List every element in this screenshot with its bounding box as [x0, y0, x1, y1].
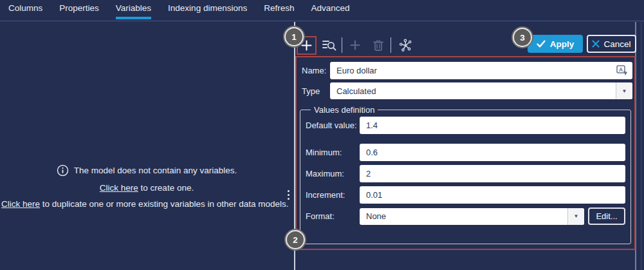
minimum-input[interactable] — [360, 144, 625, 161]
default-value-row: Default value: — [306, 117, 625, 134]
callout-badge-3: 3 — [513, 28, 532, 47]
variables-empty-state: The model does not contain any variables… — [0, 164, 293, 210]
toolbar-separator — [342, 37, 342, 53]
plus-icon — [301, 40, 312, 51]
minimum-label: Minimum: — [306, 148, 360, 157]
search-variables-button[interactable] — [322, 38, 337, 52]
type-label: Type — [302, 86, 330, 96]
type-select[interactable]: Calculated ▼ — [330, 82, 632, 99]
close-icon — [592, 40, 600, 48]
values-definition-legend: Values definition — [311, 105, 378, 115]
svg-text:A: A — [619, 66, 623, 73]
tab-columns[interactable]: Columns — [8, 0, 42, 17]
add-secondary-button-disabled[interactable] — [348, 38, 362, 52]
variables-toolbar: Apply Cancel — [295, 32, 644, 57]
duplicate-variables-link[interactable]: Click here — [1, 199, 40, 209]
default-value-input[interactable] — [360, 117, 625, 134]
ribbon-tab-bar: Columns Properties Variables Indexing di… — [0, 0, 644, 21]
network-tools-icon — [399, 39, 412, 52]
cancel-label: Cancel — [603, 39, 630, 49]
format-label: Format: — [306, 211, 360, 221]
plus-icon — [350, 40, 360, 50]
tab-indexing-dimensions[interactable]: Indexing dimensions — [168, 0, 247, 17]
variable-tools-button[interactable] — [398, 37, 413, 53]
tab-advanced[interactable]: Advanced — [311, 0, 349, 17]
format-select[interactable]: None ▼ — [360, 208, 584, 225]
callout-badge-2: 2 — [286, 230, 305, 249]
maximum-row: Maximum: — [306, 165, 625, 182]
tab-properties[interactable]: Properties — [59, 0, 99, 17]
type-row: Type Calculated ▼ — [302, 82, 632, 99]
variable-editor-form: Name: A Type Calculated ▼ Values definit… — [295, 56, 636, 250]
chevron-down-icon: ▼ — [616, 82, 632, 99]
delete-variable-button-disabled[interactable] — [371, 38, 385, 52]
chevron-down-icon: ▼ — [567, 208, 584, 225]
tab-variables[interactable]: Variables — [116, 0, 151, 17]
maximum-input[interactable] — [360, 165, 625, 182]
create-variable-text: to create one. — [138, 183, 194, 193]
type-value: Calculated — [336, 86, 376, 96]
name-row: Name: A — [302, 62, 632, 79]
values-definition-group: Values definition Default value: Minimum… — [300, 105, 631, 244]
maximum-label: Maximum: — [306, 169, 360, 178]
apply-label: Apply — [550, 39, 575, 49]
tab-refresh[interactable]: Refresh — [264, 0, 294, 17]
apply-button[interactable]: Apply — [528, 35, 583, 53]
format-row: Format: None ▼ Edit... — [306, 207, 625, 225]
create-variable-link[interactable]: Click here — [100, 183, 138, 193]
trash-icon — [373, 39, 384, 52]
translate-icon[interactable]: A — [616, 65, 629, 76]
increment-input[interactable] — [360, 186, 625, 204]
increment-label: Increment: — [306, 190, 360, 200]
default-value-label: Default value: — [306, 121, 360, 130]
duplicate-variables-text: to duplicate one or more existing variab… — [40, 199, 288, 209]
info-icon — [57, 164, 69, 177]
empty-message: The model does not contain any variables… — [74, 166, 237, 175]
format-value: None — [366, 211, 386, 221]
callout-badge-1: 1 — [284, 27, 304, 46]
increment-row: Increment: — [306, 186, 625, 204]
check-icon — [537, 40, 546, 48]
search-list-icon — [322, 39, 336, 52]
cancel-button[interactable]: Cancel — [587, 35, 636, 53]
minimum-row: Minimum: — [306, 144, 625, 161]
toolbar-separator — [391, 37, 391, 53]
name-input[interactable] — [330, 62, 632, 79]
format-edit-button[interactable]: Edit... — [588, 207, 625, 225]
name-label: Name: — [302, 66, 330, 75]
window-edge-line — [641, 22, 641, 270]
